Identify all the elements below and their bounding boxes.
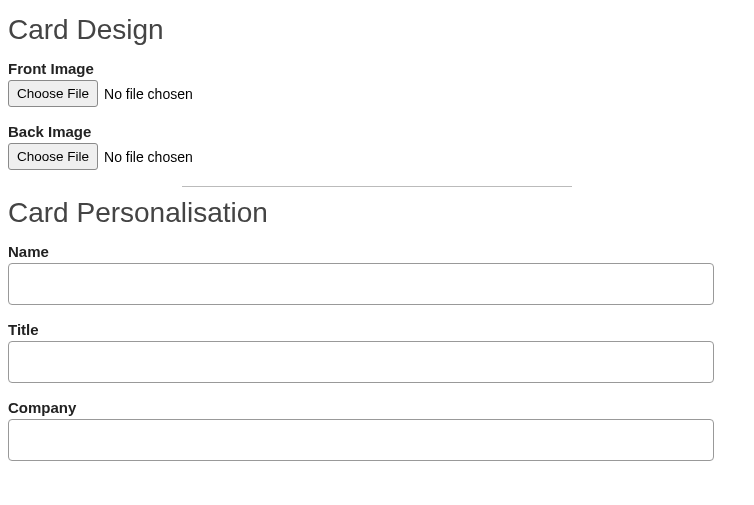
card-design-section: Card Design Front Image Choose File No f… (8, 14, 746, 170)
title-label: Title (8, 321, 746, 338)
title-input[interactable] (8, 341, 714, 383)
card-personalisation-heading: Card Personalisation (8, 197, 746, 229)
choose-file-button[interactable]: Choose File (8, 143, 98, 170)
back-image-file-input[interactable]: Choose File No file chosen (8, 143, 746, 170)
company-label: Company (8, 399, 746, 416)
section-divider (182, 186, 572, 187)
card-personalisation-section: Card Personalisation Name Title Company (8, 197, 746, 461)
name-input[interactable] (8, 263, 714, 305)
back-image-label: Back Image (8, 123, 746, 140)
front-image-label: Front Image (8, 60, 746, 77)
choose-file-button[interactable]: Choose File (8, 80, 98, 107)
name-field: Name (8, 243, 746, 305)
title-field: Title (8, 321, 746, 383)
front-image-file-input[interactable]: Choose File No file chosen (8, 80, 746, 107)
back-image-field: Back Image Choose File No file chosen (8, 123, 746, 170)
back-image-status: No file chosen (104, 149, 193, 165)
company-input[interactable] (8, 419, 714, 461)
card-design-heading: Card Design (8, 14, 746, 46)
name-label: Name (8, 243, 746, 260)
company-field: Company (8, 399, 746, 461)
front-image-status: No file chosen (104, 86, 193, 102)
front-image-field: Front Image Choose File No file chosen (8, 60, 746, 107)
